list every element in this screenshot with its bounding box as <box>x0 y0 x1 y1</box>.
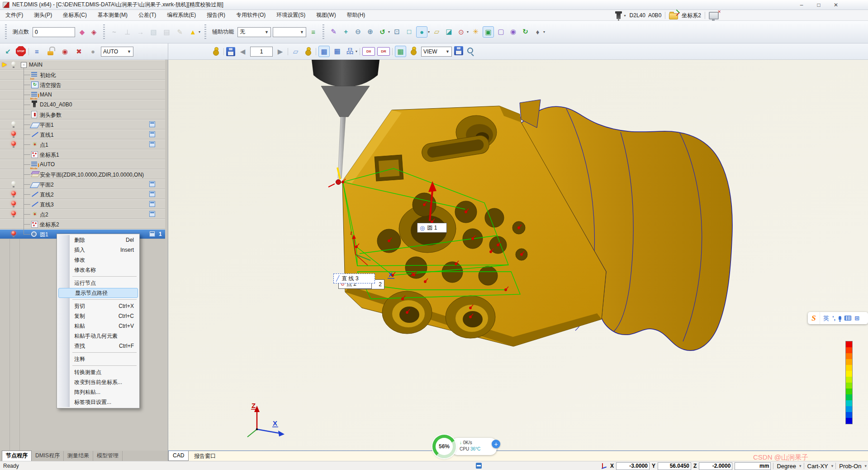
context-item-0[interactable]: 删除Del <box>58 235 138 245</box>
context-item-9[interactable]: 粘贴手动几何元素 <box>58 331 138 341</box>
probe-mode-select[interactable]: Prob-On <box>838 463 862 470</box>
chevron-down-icon[interactable]: ▾ <box>356 49 357 53</box>
bulb-gray-icon[interactable] <box>11 121 16 128</box>
context-item-3[interactable]: 修改名称 <box>58 265 138 275</box>
toolbar-grip[interactable] <box>5 24 7 40</box>
chevron-down-icon[interactable]: ▾ <box>467 30 469 34</box>
tab-report-window[interactable]: 报告窗口 <box>189 451 221 461</box>
dii-icon[interactable]: DII <box>362 47 375 56</box>
tree-row-13[interactable]: 直线2 <box>0 189 165 199</box>
bulb-red-icon[interactable] <box>11 231 16 237</box>
menu-item-4[interactable]: 公差(T) <box>138 11 156 19</box>
nav-forward-icon[interactable]: ▶ <box>275 46 285 57</box>
tree-row-4[interactable]: D2L40_A0B0 <box>0 100 165 110</box>
node-flag-icon[interactable] <box>149 201 155 207</box>
chevron-down-icon[interactable]: ▾ <box>428 30 430 34</box>
view-preset-select[interactable]: VIEW▼ <box>421 47 452 57</box>
probe-doc-icon[interactable]: ▤ <box>161 27 172 37</box>
section-plane-icon[interactable]: ◪ <box>444 26 454 37</box>
bulb-gray-icon[interactable] <box>11 181 16 187</box>
save-icon[interactable] <box>226 47 235 56</box>
node-flag-icon[interactable] <box>149 131 155 137</box>
ime-toolbox-icon[interactable]: ⊞ <box>854 315 859 321</box>
node-flag-icon[interactable] <box>149 231 155 237</box>
ime-logo[interactable]: S <box>808 312 820 324</box>
panel-tab-1[interactable]: DMIS程序 <box>32 451 64 461</box>
tree-row-9[interactable]: 坐标系1 <box>0 149 165 159</box>
bulb-red-icon[interactable] <box>11 141 16 148</box>
context-item-10[interactable]: 查找Ctrl+F <box>58 341 138 351</box>
ime-keyboard-icon[interactable] <box>844 316 851 321</box>
aux-function-select[interactable]: 无▼ <box>237 27 271 37</box>
bulb-red-icon[interactable] <box>11 201 16 207</box>
ime-mic-icon[interactable] <box>839 316 841 320</box>
toolbar-grip[interactable] <box>204 24 206 40</box>
probe-view-icon[interactable]: ♦ <box>532 27 543 37</box>
bulb-red-icon[interactable] <box>11 131 16 138</box>
expand-collapse-icon[interactable]: − <box>21 62 27 68</box>
pan-icon[interactable]: + <box>341 26 351 37</box>
record-icon[interactable]: ◉ <box>60 46 70 57</box>
context-item-6[interactable]: 剪切Ctrl+X <box>58 301 138 311</box>
save-icon[interactable] <box>454 46 463 55</box>
context-item-11[interactable]: 注释 <box>58 354 138 364</box>
zoom-out-icon[interactable]: ⊖ <box>353 26 363 37</box>
node-flag-icon[interactable] <box>149 121 155 127</box>
camera-icon[interactable]: ◉ <box>508 26 518 37</box>
xyz-cube-icon[interactable]: ▧ <box>148 27 159 37</box>
bulb-red-icon[interactable] <box>11 191 16 197</box>
bounding-box-icon[interactable]: ▣ <box>483 26 494 38</box>
tree-row-0[interactable]: −MAIN <box>0 60 165 70</box>
pen-icon[interactable]: ✎ <box>175 27 185 37</box>
tree-row-15[interactable]: ✳点2 <box>0 209 165 219</box>
menu-item-7[interactable]: 专用软件(O) <box>236 11 266 19</box>
run-list-icon[interactable]: ≡ <box>32 46 42 57</box>
panel-tab-0[interactable]: 节点程序 <box>2 451 32 461</box>
context-item-5[interactable]: 显示节点路径 <box>58 288 138 298</box>
tree-row-8[interactable]: ✳点1 <box>0 139 165 149</box>
menu-item-0[interactable]: 文件(F) <box>5 11 23 19</box>
coord-mode-select[interactable]: Cart-XY <box>806 463 829 470</box>
toolbar-grip[interactable] <box>323 24 324 40</box>
probe-dropdown-icon[interactable]: ▾ <box>624 14 626 18</box>
probe-lift-icon[interactable]: ⊥ <box>122 27 133 37</box>
tree-row-3[interactable]: ModeMAN <box>0 90 165 100</box>
grid-blue2-icon[interactable]: ▦ <box>332 46 342 56</box>
copy-icon[interactable]: ▱ <box>290 46 301 57</box>
chevron-down-icon[interactable]: ▾ <box>199 30 200 34</box>
tree-row-16[interactable]: 坐标系2 <box>0 219 165 229</box>
ime-toolbar[interactable]: S 英 ’, ⊞ <box>808 312 868 324</box>
tree-row-5[interactable]: 测头参数 <box>0 110 165 120</box>
chevron-down-icon[interactable]: ▾ <box>864 464 867 468</box>
aux-param-select[interactable]: ▼ <box>273 27 306 37</box>
tree-row-14[interactable]: 直线3 <box>0 199 165 209</box>
probe-add-icon[interactable] <box>211 46 221 57</box>
node-flag-icon[interactable] <box>149 211 155 217</box>
points-count-input[interactable] <box>33 27 75 37</box>
context-item-2[interactable]: 修改 <box>58 255 138 265</box>
context-item-14[interactable]: 阵列粘贴... <box>58 387 138 397</box>
menu-item-10[interactable]: 帮助(H) <box>347 11 365 19</box>
draw-arrow-icon[interactable]: ↙ <box>3 46 13 57</box>
expand-plus-button[interactable]: + <box>492 440 500 448</box>
grid-green-icon[interactable]: ▦ <box>395 46 406 57</box>
clear-points-icon[interactable]: ✖ <box>74 46 84 57</box>
toolbar-grip[interactable] <box>103 24 105 40</box>
gray-ball-icon[interactable]: ● <box>88 46 98 57</box>
probe-add-icon[interactable] <box>303 46 313 57</box>
context-item-4[interactable]: 运行节点 <box>58 278 138 288</box>
maximize-button[interactable]: □ <box>812 0 825 9</box>
ime-language-mode[interactable]: 英 <box>823 314 829 322</box>
tree-row-11[interactable]: 安全平面(ZDIR,10.0000,ZDIR,10.0000,ON) <box>0 169 165 179</box>
refresh-icon[interactable]: ↻ <box>520 26 531 37</box>
context-item-7[interactable]: 复制Ctrl+C <box>58 311 138 321</box>
unlock-icon[interactable] <box>46 46 56 57</box>
bulb-red-icon[interactable] <box>11 211 16 217</box>
curve-icon[interactable]: ~ <box>109 27 119 37</box>
zoom-window-icon[interactable]: ⊡ <box>392 26 402 37</box>
active-probe-icon[interactable] <box>617 12 621 19</box>
panel-tab-3[interactable]: 模型管理 <box>93 451 123 461</box>
menu-item-2[interactable]: 坐标系(C) <box>63 11 87 19</box>
tree-row-1[interactable]: Init初始化 <box>0 70 165 80</box>
rotate-icon[interactable]: ↺ <box>377 27 388 37</box>
